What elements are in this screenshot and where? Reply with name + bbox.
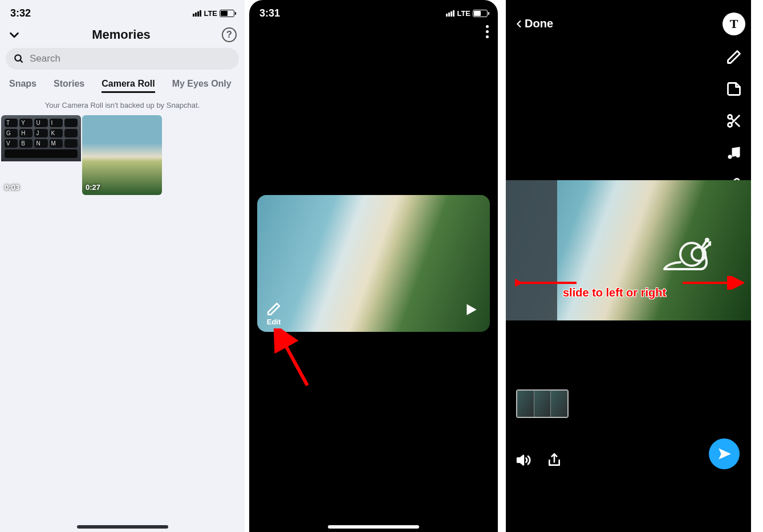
status-bar: 3:31 LTE [249, 0, 498, 23]
backup-note: Your Camera Roll isn't backed up by Snap… [0, 99, 245, 115]
music-icon [726, 145, 742, 161]
snail-filter-icon [662, 237, 711, 271]
status-right: LTE [446, 9, 488, 18]
network-label: LTE [204, 9, 217, 18]
filter-overlay [506, 180, 557, 320]
svg-point-10 [728, 155, 732, 159]
search-input[interactable] [30, 53, 231, 64]
editor-canvas[interactable]: slide to left or right [506, 180, 751, 320]
draw-tool-button[interactable] [724, 47, 744, 67]
svg-line-4 [280, 335, 307, 385]
tab-my-eyes-only[interactable]: My Eyes Only [172, 79, 232, 93]
chevron-left-icon [515, 18, 523, 30]
video-duration: 0:03 [5, 183, 19, 192]
camera-roll-grid: TYUI GHJK VBNM 0:03 0:27 [0, 115, 245, 195]
cut-tool-button[interactable] [724, 111, 744, 131]
play-icon[interactable] [464, 302, 478, 317]
pencil-icon [266, 302, 281, 316]
page-title: Memories [21, 27, 222, 42]
status-right: LTE [193, 9, 234, 18]
preview-screen: 3:31 LTE Edit [249, 0, 498, 532]
svg-line-9 [731, 118, 734, 121]
done-button[interactable]: Done [515, 17, 553, 30]
tab-camera-roll[interactable]: Camera Roll [102, 79, 155, 93]
done-label: Done [525, 17, 553, 30]
battery-icon [473, 10, 488, 17]
svg-line-8 [736, 123, 739, 126]
chevron-down-icon[interactable] [8, 29, 21, 41]
export-icon [547, 452, 562, 468]
svg-marker-2 [466, 304, 476, 315]
edit-screen: Done T [506, 0, 751, 532]
svg-line-1 [20, 60, 22, 62]
tab-stories[interactable]: Stories [54, 79, 84, 93]
video-preview[interactable]: Edit [257, 195, 490, 332]
video-thumb[interactable]: TYUI GHJK VBNM 0:03 [1, 115, 81, 195]
send-button[interactable] [709, 438, 740, 469]
beach-media [257, 195, 490, 332]
memories-header: Memories ? [0, 23, 245, 48]
annotation-arrow-right-icon [681, 276, 744, 290]
text-tool-button[interactable]: T [723, 13, 745, 35]
battery-icon [220, 10, 234, 17]
svg-point-18 [706, 239, 708, 241]
pencil-icon [726, 49, 742, 65]
save-button[interactable] [547, 452, 562, 468]
music-tool-button[interactable] [724, 143, 744, 163]
search-field[interactable] [6, 48, 239, 70]
svg-point-11 [736, 153, 740, 157]
help-icon[interactable]: ? [222, 27, 237, 42]
svg-marker-27 [719, 448, 731, 460]
video-thumb[interactable]: 0:27 [82, 115, 162, 195]
home-indicator[interactable] [77, 525, 168, 529]
edit-button[interactable]: Edit [266, 302, 281, 326]
signal-icon [446, 10, 454, 17]
svg-marker-25 [517, 456, 523, 465]
signal-icon [193, 10, 201, 17]
home-indicator[interactable] [328, 525, 419, 529]
svg-point-20 [709, 242, 711, 245]
annotation-text: slide to left or right [563, 286, 666, 299]
bottom-toolbar [516, 452, 562, 468]
send-icon [717, 446, 732, 461]
status-time: 3:32 [10, 7, 31, 19]
speaker-icon [516, 452, 532, 468]
annotation-arrow-icon [273, 328, 319, 391]
sticker-icon [726, 81, 742, 97]
memories-tabs: Snaps Stories Camera Roll My Eyes Only [0, 70, 245, 99]
keyboard-preview: TYUI GHJK VBNM [1, 115, 81, 161]
status-time: 3:31 [259, 7, 280, 19]
tab-snaps[interactable]: Snaps [9, 79, 36, 93]
sticker-tool-button[interactable] [724, 79, 744, 99]
sound-button[interactable] [516, 452, 532, 468]
status-bar: 3:32 LTE [0, 0, 245, 23]
memories-screen: 3:32 LTE Memories ? Snaps Stories Camera… [0, 0, 245, 532]
edit-label: Edit [266, 318, 281, 326]
video-duration: 0:27 [86, 183, 100, 192]
more-options-button[interactable] [486, 25, 489, 38]
scissors-icon [726, 113, 742, 129]
clip-timeline[interactable] [516, 389, 569, 418]
network-label: LTE [457, 9, 470, 18]
search-icon [14, 54, 24, 64]
